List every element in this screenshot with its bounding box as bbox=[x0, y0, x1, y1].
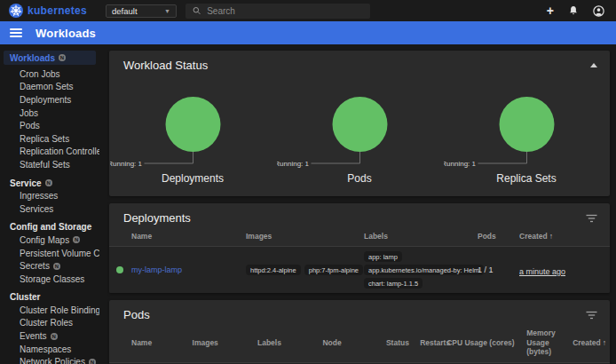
sidebar-item-label: Replication Controllers bbox=[20, 146, 99, 156]
namespaced-badge-icon: N bbox=[59, 54, 66, 61]
sidebar-item[interactable]: Network Policies N bbox=[0, 355, 99, 364]
sidebar-item[interactable]: Cluster Role Bindings N bbox=[0, 304, 99, 317]
column-node: Node bbox=[322, 338, 385, 347]
sidebar-item[interactable]: Daemon Sets N bbox=[0, 81, 99, 94]
sidebar-item-label: Replica Sets bbox=[20, 134, 69, 144]
image-chip: php:7-fpm-alpine bbox=[304, 265, 363, 275]
sidebar-item[interactable]: Cluster Roles N bbox=[0, 317, 99, 330]
sort-ascending-icon: ↑ bbox=[549, 232, 553, 241]
sidebar-item[interactable]: Cron Jobs N bbox=[0, 67, 99, 81]
sidebar-item-label: Jobs bbox=[20, 108, 38, 118]
sidebar-item-label: Cron Jobs bbox=[20, 69, 60, 79]
pie-chart-graphic: Running: 1 bbox=[277, 78, 443, 170]
sidebar-item-label: Ingresses bbox=[20, 191, 58, 201]
sidebar-item[interactable]: Pods N bbox=[0, 119, 99, 132]
sidebar-item[interactable]: Replica Sets N bbox=[0, 132, 99, 146]
svg-text:Running: 1: Running: 1 bbox=[277, 160, 310, 168]
deployments-table-body: my-lamp-lamp httpd:2.4-alpinephp:7-fpm-a… bbox=[109, 246, 610, 293]
sidebar-item-label: Config and Storage bbox=[10, 222, 91, 232]
sidebar-item-label: Deployments bbox=[20, 95, 71, 105]
namespace-selector[interactable]: default ▼ bbox=[106, 4, 177, 18]
sidebar-item-label: Network Policies bbox=[20, 357, 85, 364]
filter-icon[interactable] bbox=[586, 214, 597, 223]
sidebar-item-label: Namespaces bbox=[20, 344, 71, 354]
pie-chart-graphic: Running: 1 bbox=[110, 78, 276, 170]
user-profile-icon[interactable] bbox=[593, 5, 604, 17]
search-icon bbox=[193, 6, 201, 15]
filter-icon[interactable] bbox=[586, 311, 597, 320]
sidebar-item[interactable]: Namespaces N bbox=[0, 343, 99, 356]
column-name: Name bbox=[109, 338, 193, 347]
sidebar-item[interactable]: Ingresses N bbox=[0, 189, 99, 202]
kubernetes-logo[interactable]: kubernetes bbox=[9, 4, 101, 18]
workload-status-title: Workload Status bbox=[123, 59, 208, 72]
deployment-labels: app: lampapp.kubernetes.io/managed-by: H… bbox=[364, 251, 478, 289]
search-bar[interactable] bbox=[186, 4, 370, 19]
namespaced-badge-icon: N bbox=[89, 359, 96, 364]
label-chip: app: lamp bbox=[364, 251, 402, 262]
page-title: Workloads bbox=[36, 27, 96, 40]
sidebar-item[interactable]: Config Maps N bbox=[0, 233, 99, 247]
deployment-row[interactable]: my-lamp-lamp httpd:2.4-alpinephp:7-fpm-a… bbox=[109, 247, 610, 293]
kubernetes-helm-icon bbox=[9, 4, 23, 18]
sidebar-item[interactable]: Services N bbox=[0, 202, 99, 216]
search-input[interactable] bbox=[207, 6, 363, 16]
sidebar-item-label: Services bbox=[20, 204, 53, 214]
label-chip: app.kubernetes.io/managed-by: Helm bbox=[364, 265, 484, 275]
create-resource-button[interactable]: + bbox=[547, 4, 554, 17]
sidebar-item[interactable]: Deployments N bbox=[0, 93, 99, 107]
column-restarts: Restarts bbox=[420, 338, 446, 347]
sidebar-item[interactable]: Workloads N bbox=[4, 51, 96, 65]
workload-pie-chart: Running: 1 Replica Sets bbox=[443, 78, 610, 185]
namespaced-badge-icon: N bbox=[73, 236, 80, 243]
sidebar-item-label: Workloads bbox=[10, 53, 55, 63]
menu-hamburger-icon[interactable] bbox=[10, 28, 22, 37]
notifications-bell-icon[interactable] bbox=[568, 5, 579, 16]
deployments-title: Deployments bbox=[123, 211, 191, 225]
sidebar-item[interactable]: Replication Controllers N bbox=[0, 146, 99, 159]
column-cpu-usage: CPU Usage (cores) bbox=[446, 338, 526, 347]
sidebar-item-label: Persistent Volume Claims bbox=[20, 249, 99, 258]
namespaced-badge-icon: N bbox=[51, 333, 58, 340]
chart-title: Deployments bbox=[162, 172, 224, 185]
sidebar-item[interactable]: Events N bbox=[0, 329, 99, 343]
workload-status-charts: Running: 1 Deployments Running: 1 Pods bbox=[109, 78, 610, 196]
sidebar-item-label: Cluster bbox=[10, 292, 40, 302]
sidebar-item-label: Stateful Sets bbox=[20, 160, 70, 170]
deployment-created: a minute ago bbox=[519, 267, 565, 276]
workload-status-card: Workload Status Running: 1 Deployments bbox=[109, 51, 610, 196]
sidebar-item[interactable]: Storage Classes N bbox=[0, 273, 99, 286]
namespace-value: default bbox=[112, 6, 138, 16]
sidebar-item[interactable]: Persistent Volume Claims N bbox=[0, 247, 99, 260]
pie-chart-graphic: Running: 1 bbox=[444, 78, 610, 170]
sidebar-item[interactable]: Secrets N bbox=[0, 259, 99, 273]
chevron-down-icon: ▼ bbox=[164, 8, 170, 14]
workload-pie-chart: Running: 1 Deployments bbox=[109, 78, 276, 185]
pods-table-header: Name Images Labels Node Status Restarts … bbox=[109, 325, 610, 362]
column-created-sort[interactable]: Created↑ bbox=[519, 232, 610, 241]
image-chip: httpd:2.4-alpine bbox=[246, 265, 301, 275]
svg-text:Running: 1: Running: 1 bbox=[110, 160, 143, 168]
workload-pie-chart: Running: 1 Pods bbox=[276, 78, 443, 185]
sidebar-item[interactable]: Stateful Sets N bbox=[0, 158, 99, 171]
sidebar-section-header: Cluster N bbox=[0, 291, 99, 305]
deployment-pods-count: 1 / 1 bbox=[478, 265, 519, 274]
sidebar-item-label: Storage Classes bbox=[20, 274, 84, 284]
deployment-images: httpd:2.4-alpinephp:7-fpm-alpine bbox=[246, 265, 364, 275]
collapse-card-icon[interactable] bbox=[590, 63, 597, 67]
column-created-sort[interactable]: Created↑ bbox=[573, 338, 610, 347]
sidebar-section-header: Service N bbox=[0, 177, 99, 190]
namespaced-badge-icon: N bbox=[53, 263, 60, 270]
chart-title: Replica Sets bbox=[496, 172, 556, 185]
deployments-table-header: Name Images Labels Pods Created↑ bbox=[109, 228, 610, 246]
deployment-name-link[interactable]: my-lamp-lamp bbox=[131, 265, 182, 274]
sort-ascending-icon: ↑ bbox=[603, 338, 606, 347]
sidebar-item-label: Cluster Roles bbox=[20, 318, 73, 328]
svg-text:Running: 1: Running: 1 bbox=[444, 160, 477, 168]
column-labels: Labels bbox=[364, 232, 478, 241]
deployments-card: Deployments Name Images Labels Pods Crea… bbox=[109, 203, 610, 293]
column-images: Images bbox=[246, 232, 364, 241]
pods-title: Pods bbox=[123, 308, 150, 321]
main-content: Workload Status Running: 1 Deployments bbox=[99, 44, 616, 364]
sidebar-item[interactable]: Jobs N bbox=[0, 107, 99, 120]
